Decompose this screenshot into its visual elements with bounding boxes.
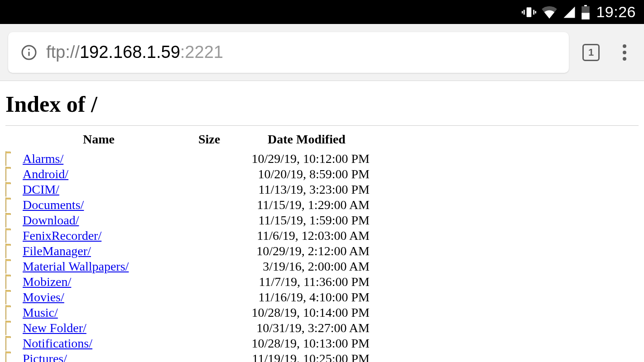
entry-name: Material Wallpapers/ [23, 259, 175, 274]
folder-icon [5, 182, 23, 197]
folder-icon [5, 290, 23, 305]
entry-link[interactable]: Android/ [23, 167, 68, 181]
folder-icon [5, 320, 23, 336]
status-icons [522, 5, 590, 19]
table-row: Pictures/11/19/19, 10:25:00 PM [5, 351, 370, 362]
address-bar[interactable]: ftp://192.168.1.59:2221 [8, 32, 569, 73]
entry-date: 10/28/19, 10:14:00 PM [244, 305, 370, 320]
entry-date: 10/20/19, 8:59:00 PM [244, 167, 370, 182]
table-row: Documents/11/15/19, 1:29:00 AM [5, 197, 370, 213]
entry-name: FileManager/ [23, 243, 175, 259]
entry-link[interactable]: Music/ [23, 305, 58, 319]
entry-name: Documents/ [23, 197, 175, 213]
directory-listing: Name Size Date Modified Alarms/10/29/19,… [5, 130, 370, 362]
battery-icon [582, 5, 590, 19]
url-protocol: ftp:// [46, 43, 80, 62]
rule [5, 125, 639, 126]
status-bar: 19:26 [0, 0, 644, 24]
entry-name: Notifications/ [23, 336, 175, 351]
entry-size [175, 259, 244, 274]
entry-size [175, 320, 244, 336]
folder-icon [5, 197, 23, 213]
tab-count-button[interactable]: 1 [580, 41, 602, 64]
folder-icon [5, 151, 23, 167]
header-icon-col [5, 130, 23, 151]
page-title: Index of / [5, 91, 639, 117]
entry-name: Mobizen/ [23, 274, 175, 290]
entry-link[interactable]: DCIM/ [23, 182, 59, 196]
entry-date: 10/31/19, 3:27:00 AM [244, 320, 370, 336]
entry-date: 11/13/19, 3:23:00 PM [244, 182, 370, 197]
svg-point-10 [28, 48, 30, 50]
entry-size [175, 213, 244, 228]
table-row: Material Wallpapers/3/19/16, 2:00:00 AM [5, 259, 370, 274]
entry-link[interactable]: Material Wallpapers/ [23, 259, 129, 273]
cellular-icon [562, 5, 576, 19]
entry-name: Pictures/ [23, 351, 175, 362]
entry-link[interactable]: FileManager/ [23, 244, 91, 258]
entry-link[interactable]: Pictures/ [23, 352, 67, 362]
entry-name: Movies/ [23, 290, 175, 305]
entry-date: 11/19/19, 10:25:00 PM [244, 351, 370, 362]
folder-icon [5, 305, 23, 320]
table-row: Movies/11/16/19, 4:10:00 PM [5, 290, 370, 305]
folder-icon [5, 336, 23, 351]
site-info-icon[interactable] [21, 44, 37, 61]
entry-name: DCIM/ [23, 182, 175, 197]
entry-size [175, 228, 244, 243]
table-row: Music/10/28/19, 10:14:00 PM [5, 305, 370, 320]
url-port: :2221 [180, 43, 223, 62]
table-row: DCIM/11/13/19, 3:23:00 PM [5, 182, 370, 197]
header-date: Date Modified [244, 130, 370, 151]
folder-icon [5, 213, 23, 228]
entry-size [175, 336, 244, 351]
entry-name: Download/ [23, 213, 175, 228]
folder-icon [5, 167, 23, 182]
entry-date: 10/29/19, 2:12:00 AM [244, 243, 370, 259]
overflow-menu-button[interactable] [613, 41, 636, 64]
entry-link[interactable]: Documents/ [23, 198, 84, 212]
table-row: FenixRecorder/11/6/19, 12:03:00 AM [5, 228, 370, 243]
entry-link[interactable]: Mobizen/ [23, 275, 71, 289]
svg-rect-5 [584, 5, 587, 6]
entry-date: 11/7/19, 11:36:00 PM [244, 274, 370, 290]
entry-link[interactable]: Movies/ [23, 290, 64, 304]
entry-link[interactable]: Notifications/ [23, 336, 92, 350]
table-row: Android/10/20/19, 8:59:00 PM [5, 167, 370, 182]
entry-link[interactable]: FenixRecorder/ [23, 229, 101, 243]
entry-size [175, 274, 244, 290]
browser-toolbar: ftp://192.168.1.59:2221 1 [0, 24, 644, 81]
table-row: Notifications/10/28/19, 10:13:00 PM [5, 336, 370, 351]
table-row: New Folder/10/31/19, 3:27:00 AM [5, 320, 370, 336]
entry-size [175, 305, 244, 320]
table-row: Download/11/15/19, 1:59:00 PM [5, 213, 370, 228]
dots-icon [623, 44, 626, 48]
page-content: Index of / Name Size Date Modified Alarm… [0, 81, 644, 362]
entry-size [175, 167, 244, 182]
entry-link[interactable]: New Folder/ [23, 321, 87, 335]
url-host: 192.168.1.59 [80, 43, 180, 62]
entry-name: Music/ [23, 305, 175, 320]
wifi-icon [542, 6, 557, 19]
entry-date: 11/6/19, 12:03:00 AM [244, 228, 370, 243]
entry-link[interactable]: Download/ [23, 213, 79, 227]
entry-link[interactable]: Alarms/ [23, 152, 63, 166]
entry-date: 10/29/19, 10:12:00 PM [244, 151, 370, 167]
folder-icon [5, 259, 23, 274]
table-row: FileManager/10/29/19, 2:12:00 AM [5, 243, 370, 259]
entry-date: 11/16/19, 4:10:00 PM [244, 290, 370, 305]
vibrate-icon [522, 5, 536, 19]
folder-icon [5, 243, 23, 259]
url-text: ftp://192.168.1.59:2221 [46, 43, 223, 62]
entry-date: 11/15/19, 1:59:00 PM [244, 213, 370, 228]
table-row: Alarms/10/29/19, 10:12:00 PM [5, 151, 370, 167]
table-row: Mobizen/11/7/19, 11:36:00 PM [5, 274, 370, 290]
entry-size [175, 182, 244, 197]
folder-icon [5, 228, 23, 243]
header-name: Name [23, 130, 175, 151]
entry-size [175, 290, 244, 305]
entry-name: New Folder/ [23, 320, 175, 336]
tab-count: 1 [582, 44, 600, 61]
status-clock: 19:26 [596, 3, 636, 21]
svg-rect-7 [582, 13, 590, 19]
